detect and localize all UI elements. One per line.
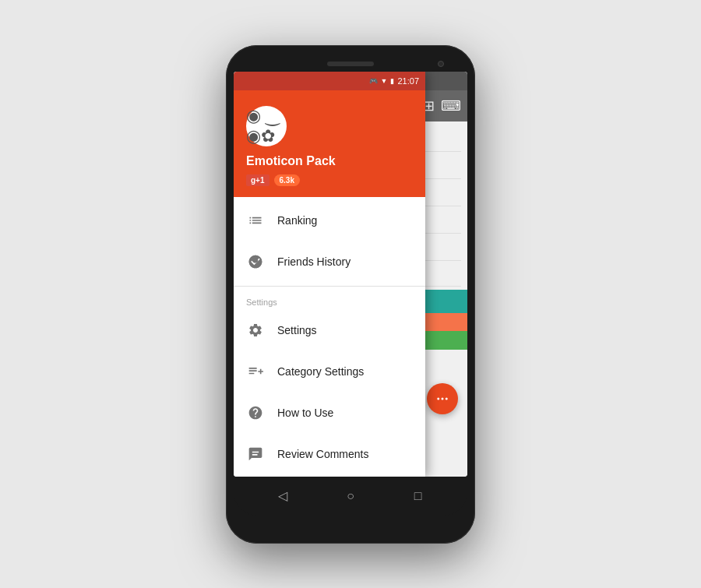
phone-frame: ⊞ ⌨ (^・ω・^)♡ (∀`*)ゞ» (´・｀)♡ (ω`*)」 (⌒,_ゝ…	[226, 45, 475, 544]
camera	[438, 61, 444, 67]
avatar-emoji: ◉ ‿ ◉✿	[246, 106, 287, 146]
drawer-item-how-to-use[interactable]: How to Use	[234, 393, 425, 434]
friends-history-label: Friends History	[277, 255, 350, 268]
home-button[interactable]: ○	[336, 482, 365, 510]
gear-icon	[246, 321, 265, 340]
navigation-drawer: 🎮 ▼ ▮ 21:07 ◉ ‿ ◉✿ Emoticon Pack g+1	[234, 72, 425, 477]
gplus-label: g+1	[251, 176, 265, 185]
drawer-status-bar: 🎮 ▼ ▮ 21:07	[234, 72, 425, 90]
nav-bar: ◁ ○ □	[234, 477, 467, 516]
status-time: 21:07	[397, 76, 419, 86]
back-icon: ◁	[278, 488, 287, 503]
category-settings-label: Category Settings	[277, 365, 364, 378]
notification-icon: 🎮	[369, 77, 378, 85]
drawer-overlay: 🎮 ▼ ▮ 21:07 ◉ ‿ ◉✿ Emoticon Pack g+1	[234, 72, 467, 477]
gplus-badge[interactable]: g+1	[246, 174, 269, 186]
drawer-item-ranking[interactable]: Ranking	[234, 200, 425, 241]
drawer-item-settings[interactable]: Settings	[234, 310, 425, 351]
drawer-header: ◉ ‿ ◉✿ Emoticon Pack g+1 6.3k	[234, 90, 425, 197]
screen: ⊞ ⌨ (^・ω・^)♡ (∀`*)ゞ» (´・｀)♡ (ω`*)」 (⌒,_ゝ…	[234, 72, 467, 477]
recent-icon: □	[414, 489, 422, 503]
recent-button[interactable]: □	[404, 482, 432, 510]
drawer-content: Ranking Friends History Settings	[234, 197, 425, 477]
playlist-add-icon	[246, 362, 265, 381]
wifi-icon: ▼	[381, 77, 388, 85]
drawer-badges: g+1 6.3k	[246, 174, 413, 186]
count-badge: 6.3k	[274, 174, 300, 186]
ranking-label: Ranking	[277, 214, 317, 227]
home-icon: ○	[347, 489, 354, 503]
divider-1	[234, 286, 425, 287]
count-label: 6.3k	[280, 176, 294, 185]
drawer-item-category-settings[interactable]: Category Settings	[234, 351, 425, 393]
back-button[interactable]: ◁	[269, 482, 297, 510]
avatar: ◉ ‿ ◉✿	[246, 106, 287, 146]
settings-section-label: Settings	[234, 290, 425, 310]
settings-label: Settings	[277, 324, 317, 336]
drawer-app-name: Emoticon Pack	[246, 154, 413, 168]
rate-review-icon	[246, 445, 265, 463]
help-icon	[246, 403, 265, 422]
battery-icon: ▮	[390, 77, 394, 85]
review-comments-label: Review Comments	[277, 448, 368, 460]
speaker	[327, 62, 374, 66]
drawer-item-review-comments[interactable]: Review Comments	[234, 434, 425, 475]
phone-top	[234, 56, 467, 72]
face-icon	[246, 252, 265, 271]
list-icon	[246, 211, 265, 230]
drawer-item-friends-history[interactable]: Friends History	[234, 241, 425, 283]
how-to-use-label: How to Use	[277, 407, 333, 419]
